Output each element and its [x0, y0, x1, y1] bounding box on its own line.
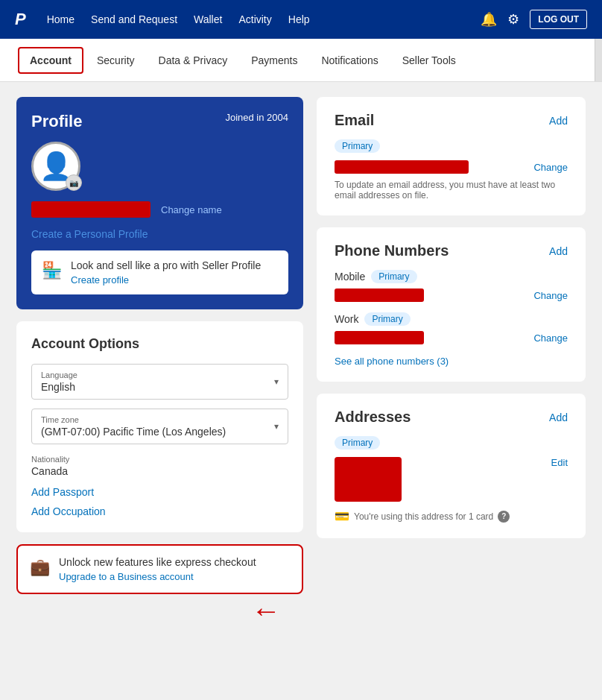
email-title: Email [335, 112, 374, 129]
upgrade-link[interactable]: Upgrade to a Business account [59, 571, 194, 582]
timezone-value: (GMT-07:00) Pacific Time (Los Angeles) [41, 426, 261, 438]
left-column: Profile Joined in 2004 👤 📷 Change name C… [16, 97, 303, 686]
profile-card: Profile Joined in 2004 👤 📷 Change name C… [16, 97, 303, 309]
address-primary-badge: Primary [335, 436, 380, 450]
address-redacted [335, 457, 402, 502]
email-card: Email Add Primary Change To update an em… [317, 97, 586, 215]
email-add-link[interactable]: Add [549, 115, 568, 127]
work-primary-badge: Primary [364, 312, 410, 326]
work-section: Work Primary Change [335, 312, 568, 344]
arrow-wrap: ← [16, 596, 303, 625]
addresses-title: Addresses [335, 409, 411, 426]
joined-text: Joined in 2004 [225, 112, 288, 123]
main-content: Profile Joined in 2004 👤 📷 Change name C… [0, 82, 602, 700]
add-occupation-link[interactable]: Add Occupation [31, 505, 288, 517]
tab-security[interactable]: Security [86, 48, 145, 72]
phone-title: Phone Numbers [335, 242, 449, 259]
timezone-chevron-icon: ▾ [274, 421, 279, 432]
red-arrow-icon: ← [251, 596, 281, 625]
addresses-add-link[interactable]: Add [549, 412, 568, 423]
camera-button[interactable]: 📷 [66, 174, 82, 191]
tab-seller-tools[interactable]: Seller Tools [392, 48, 466, 72]
name-row: Change name [31, 201, 288, 218]
tabs-bar: Account Security Data & Privacy Payments… [0, 39, 602, 82]
work-label: Work [335, 313, 358, 325]
addresses-card: Addresses Add Primary Edit 💳 You're usin… [317, 394, 586, 538]
nav-help[interactable]: Help [288, 13, 310, 25]
change-name-link[interactable]: Change name [161, 204, 222, 215]
top-nav: P Home Send and Request Wallet Activity … [0, 0, 602, 39]
email-change-link[interactable]: Change [533, 162, 568, 173]
mobile-label-row: Mobile Primary [335, 270, 568, 283]
name-redacted [31, 201, 150, 218]
nav-actions: 🔔 ⚙ LOG OUT [481, 10, 587, 29]
language-value: English [41, 381, 261, 393]
language-chevron-icon: ▾ [274, 376, 279, 387]
account-options-card: Account Options Language English ▾ Time … [16, 321, 303, 532]
nav-send-request[interactable]: Send and Request [91, 13, 177, 25]
tab-payments[interactable]: Payments [241, 48, 308, 72]
work-change-link[interactable]: Change [533, 332, 568, 344]
email-notice: To update an email address, you must hav… [335, 180, 568, 201]
nav-wallet[interactable]: Wallet [194, 13, 222, 25]
profile-header: Profile Joined in 2004 [31, 112, 288, 131]
email-row: Change [335, 160, 568, 174]
logout-button[interactable]: LOG OUT [530, 10, 587, 29]
mobile-label: Mobile [335, 271, 365, 283]
email-header: Email Add [335, 112, 568, 129]
phone-add-link[interactable]: Add [549, 245, 568, 257]
nationality-value: Canada [31, 465, 288, 477]
avatar-wrap: 👤 📷 [31, 142, 80, 191]
nav-home[interactable]: Home [47, 13, 75, 25]
upgrade-box-wrap: 💼 Unlock new features like express check… [16, 544, 303, 625]
addresses-header: Addresses Add [335, 409, 568, 426]
scrollbar [595, 39, 602, 81]
seller-main-text: Look and sell like a pro with Seller Pro… [71, 259, 261, 271]
upgrade-main-text: Unlock new features like express checkou… [59, 556, 256, 568]
address-notice-text: You're using this address for 1 card [354, 511, 493, 522]
mobile-change-link[interactable]: Change [533, 290, 568, 301]
phone-card: Phone Numbers Add Mobile Primary Change … [317, 227, 586, 382]
nationality-label: Nationality [31, 455, 288, 464]
upgrade-box[interactable]: 💼 Unlock new features like express check… [16, 544, 303, 594]
timezone-select[interactable]: Time zone (GMT-07:00) Pacific Time (Los … [31, 409, 288, 444]
upgrade-text-wrap: Unlock new features like express checkou… [59, 556, 256, 582]
language-label: Language [41, 371, 261, 379]
address-row: Edit [335, 457, 568, 502]
create-profile-link[interactable]: Create profile [71, 274, 129, 286]
see-all-phones-link[interactable]: See all phone numbers (3) [335, 356, 449, 367]
briefcase-icon: 💼 [30, 558, 50, 577]
seller-profile-box: 🏪 Look and sell like a pro with Seller P… [31, 250, 288, 294]
mobile-redacted [335, 288, 424, 302]
timezone-label: Time zone [41, 415, 261, 424]
mobile-row: Change [335, 288, 568, 302]
language-select[interactable]: Language English ▾ [31, 364, 288, 400]
seller-text-wrap: Look and sell like a pro with Seller Pro… [71, 259, 261, 286]
paypal-logo: P [15, 10, 26, 29]
store-icon: 🏪 [42, 261, 62, 280]
mobile-primary-badge: Primary [371, 270, 416, 283]
nav-activity[interactable]: Activity [238, 13, 271, 25]
account-options-title: Account Options [31, 336, 288, 352]
nav-links: Home Send and Request Wallet Activity He… [47, 13, 481, 25]
mobile-section: Mobile Primary Change [335, 270, 568, 302]
tab-account[interactable]: Account [18, 47, 83, 74]
email-primary-badge: Primary [335, 139, 380, 153]
tab-notifications[interactable]: Notifications [311, 48, 388, 72]
email-redacted [335, 160, 469, 174]
create-personal-link[interactable]: Create a Personal Profile [31, 228, 288, 240]
gear-icon[interactable]: ⚙ [507, 11, 519, 28]
tab-data-privacy[interactable]: Data & Privacy [148, 48, 238, 72]
address-notice: 💳 You're using this address for 1 card ? [335, 509, 568, 523]
work-label-row: Work Primary [335, 312, 568, 326]
work-row: Change [335, 331, 568, 344]
add-passport-link[interactable]: Add Passport [31, 486, 288, 498]
work-redacted [335, 331, 424, 344]
bell-icon[interactable]: 🔔 [481, 11, 497, 28]
help-icon[interactable]: ? [498, 511, 510, 523]
phone-header: Phone Numbers Add [335, 242, 568, 259]
card-icon: 💳 [335, 509, 349, 523]
right-column: Email Add Primary Change To update an em… [317, 97, 586, 686]
address-edit-link[interactable]: Edit [551, 457, 568, 468]
profile-title: Profile [31, 112, 82, 131]
